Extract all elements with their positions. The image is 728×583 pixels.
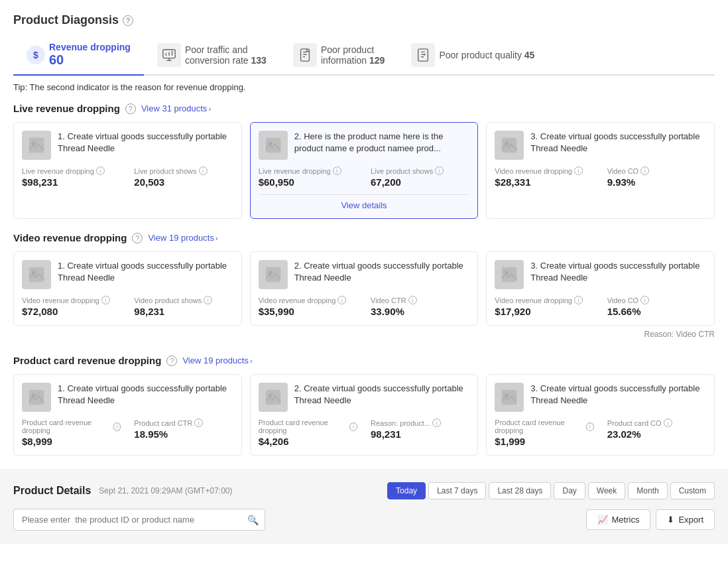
product-card-value-3-2: 23.02%: [607, 428, 706, 440]
info-icon-12[interactable]: i: [640, 296, 649, 304]
info-icon-9[interactable]: i: [337, 296, 346, 304]
metrics-button[interactable]: 📈 Metrics: [586, 509, 651, 530]
video-product-name-2: 2. Create virtual goods successfully por…: [294, 260, 470, 284]
svg-point-12: [32, 141, 36, 145]
product-card-value-1-1: $8,999: [22, 436, 121, 447]
product-card-section-header: Product card revenue dropping ? View 19 …: [13, 355, 715, 366]
date-filter-week[interactable]: Week: [588, 482, 625, 499]
product-card-value-2-1: $4,206: [259, 436, 357, 447]
product-card-metrics-2: Product card revenue dropping i $4,206 R…: [259, 419, 470, 447]
page-help-icon[interactable]: ?: [123, 15, 133, 26]
view-details-button[interactable]: View details: [259, 194, 470, 210]
svg-rect-13: [265, 138, 280, 153]
live-product-card-2: 2. Here is the product name here is the …: [250, 122, 479, 219]
info-icon-3[interactable]: i: [333, 166, 341, 175]
date-filter-custom[interactable]: Custom: [670, 482, 715, 499]
live-product-grid: 1. Create virtual goods successfully por…: [13, 122, 715, 219]
export-button[interactable]: ⬇ Export: [656, 509, 715, 530]
video-thumb-1: [22, 260, 51, 289]
svg-rect-10: [418, 48, 428, 60]
svg-rect-25: [265, 390, 280, 405]
live-metric-value-1-1: $98,231: [22, 176, 121, 188]
video-view-link[interactable]: View 19 products ›: [148, 233, 217, 243]
date-filter-today[interactable]: Today: [387, 482, 426, 499]
tab-revenue-label: Revenue dropping: [49, 42, 131, 52]
svg-rect-17: [29, 267, 44, 282]
svg-point-22: [505, 271, 509, 275]
info-icon-11[interactable]: i: [574, 296, 583, 304]
info-icon-4[interactable]: i: [435, 166, 444, 175]
info-icon-10[interactable]: i: [408, 296, 417, 304]
product-card-name-1: 1. Create virtual goods successfully por…: [58, 383, 233, 407]
date-filter-7days[interactable]: Last 7 days: [428, 482, 486, 499]
tab-revenue-value: 60: [49, 52, 131, 68]
video-product-metrics-3: Video revenue dropping i $17,920 Video C…: [495, 296, 706, 317]
video-product-name-1: 1. Create virtual goods successfully por…: [58, 260, 233, 284]
live-help-icon[interactable]: ?: [125, 103, 136, 114]
live-product-name-3: 3. Create virtual goods successfully por…: [530, 131, 706, 155]
date-filter-month[interactable]: Month: [628, 482, 667, 499]
product-card-grid: 1. Create virtual goods successfully por…: [13, 374, 715, 456]
video-metric-value-3-2: 15.66%: [607, 306, 706, 317]
search-input-wrap: 🔍: [13, 509, 265, 531]
tab-traffic[interactable]: Poor traffic andconversion rate 133: [144, 35, 280, 76]
product-details-datetime: Sept 21, 2021 09:29AM (GMT+07:00): [99, 486, 232, 495]
tab-revenue[interactable]: $ Revenue dropping 60: [13, 35, 144, 76]
live-chevron-icon: ›: [208, 105, 211, 113]
date-filter-day[interactable]: Day: [554, 482, 585, 499]
svg-rect-21: [502, 267, 516, 282]
search-input[interactable]: [13, 509, 265, 531]
video-product-card-1: 1. Create virtual goods successfully por…: [13, 251, 242, 326]
product-card-card-2: 2. Create virtual goods successfully por…: [250, 374, 479, 456]
info-icon-5[interactable]: i: [574, 166, 583, 175]
tab-info-label: Poor productinformation 129: [321, 44, 385, 66]
tab-quality-label: Poor product quality 45: [439, 50, 534, 60]
info-icon-18[interactable]: i: [664, 419, 672, 427]
video-product-metrics-1: Video revenue dropping i $72,080 Video p…: [22, 296, 233, 317]
live-metric-value-2-1: $60,950: [259, 176, 357, 188]
date-filter-28days[interactable]: Last 28 days: [489, 482, 551, 499]
video-reason-tag: Reason: Video CTR: [644, 330, 715, 339]
video-metric-value-3-1: $17,920: [495, 306, 593, 317]
info-icon-16[interactable]: i: [432, 419, 441, 427]
traffic-icon: [157, 43, 181, 67]
info-icon-8[interactable]: i: [204, 296, 212, 304]
info-icon-17[interactable]: i: [586, 422, 594, 431]
info-icon-7[interactable]: i: [101, 296, 110, 304]
info-icon-13[interactable]: i: [113, 422, 121, 431]
info-icon-14[interactable]: i: [194, 419, 203, 427]
svg-rect-11: [29, 138, 44, 153]
product-card-card-1: 1. Create virtual goods successfully por…: [13, 374, 242, 456]
svg-rect-6: [300, 48, 309, 60]
info-icon-15[interactable]: i: [349, 422, 357, 431]
video-help-icon[interactable]: ?: [132, 233, 143, 243]
product-card-thumb-3: [495, 383, 524, 412]
product-card-value-2-2: 98,231: [371, 428, 469, 440]
tab-quality[interactable]: Poor product quality 45: [398, 35, 548, 76]
search-bar-row: 🔍 📈 Metrics ⬇ Export: [13, 509, 715, 531]
live-metric-value-1-2: 20,503: [134, 176, 233, 188]
tab-info[interactable]: Poor productinformation 129: [280, 35, 398, 76]
live-product-metrics-3: Video revenue dropping i $28,331 Video C…: [495, 166, 706, 188]
svg-point-20: [269, 271, 273, 275]
svg-rect-15: [502, 138, 516, 153]
info-icon-1[interactable]: i: [96, 166, 105, 175]
video-metric-value-2-1: $35,990: [259, 306, 357, 317]
product-card-help-icon[interactable]: ?: [166, 356, 177, 366]
date-filter-group: Today Last 7 days Last 28 days Day Week …: [387, 482, 715, 499]
live-product-name-1: 1. Create virtual goods successfully por…: [58, 131, 233, 155]
svg-point-28: [505, 393, 509, 397]
product-card-view-link[interactable]: View 19 products ›: [182, 356, 252, 365]
info-icon-2[interactable]: i: [199, 166, 208, 175]
video-metric-value-1-2: 98,231: [134, 306, 233, 317]
svg-rect-19: [265, 267, 280, 282]
info-icon-6[interactable]: i: [640, 166, 649, 175]
tip-row: Tip: The second indicator is the reason …: [13, 76, 715, 103]
live-view-link[interactable]: View 31 products ›: [141, 103, 211, 113]
quality-icon: [411, 43, 435, 67]
live-product-card-1: 1. Create virtual goods successfully por…: [13, 122, 242, 219]
video-product-card-2: 2. Create virtual goods successfully por…: [250, 251, 479, 326]
product-card-value-3-1: $1,999: [495, 436, 593, 447]
product-card-chevron-icon: ›: [250, 357, 253, 365]
search-icon: 🔍: [247, 515, 259, 525]
